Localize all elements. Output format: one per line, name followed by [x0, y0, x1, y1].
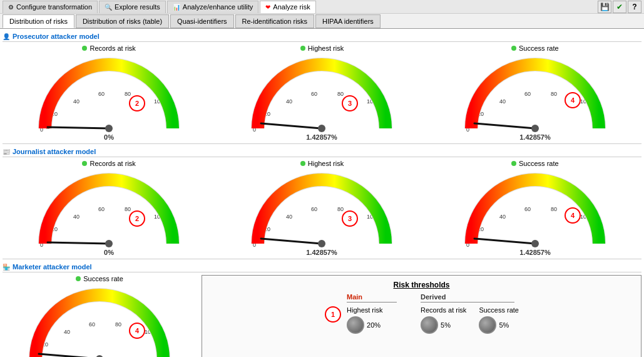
prosecutor-gauge-0-label: Records at risk — [89, 44, 135, 52]
tab-analyze-risk[interactable]: ❤ Analyze risk — [260, 1, 315, 13]
svg-point-50 — [105, 240, 113, 247]
configure-icon: ⚙ — [8, 4, 14, 11]
journalist-icon: 📰 — [3, 148, 10, 155]
tab-risk-label: Analyze risk — [273, 3, 310, 11]
svg-text:1: 1 — [331, 311, 335, 318]
svg-line-82 — [39, 354, 100, 357]
explore-icon: 🔍 — [105, 4, 112, 11]
svg-text:60: 60 — [524, 206, 531, 212]
svg-text:40: 40 — [286, 98, 292, 105]
threshold-success-value: 5% — [499, 321, 509, 329]
journalist-gauge-0-label: Records at risk — [89, 160, 135, 167]
tab-dist-risks-table[interactable]: Distribution of risks (table) — [76, 14, 169, 28]
prosecutor-header: 👤 Prosecutor attacker model — [3, 31, 641, 42]
gauge-dot — [82, 161, 87, 166]
tab-explore[interactable]: 🔍 Explore results — [99, 1, 166, 13]
svg-text:60: 60 — [524, 91, 531, 97]
prosecutor-icon: 👤 — [3, 33, 10, 40]
risk-thresholds-panel: Risk thresholds 1 Main H — [202, 275, 641, 357]
marketer-header: 🏪 Marketer attacker model — [3, 262, 641, 272]
prosecutor-gauges: Records at risk — [3, 44, 641, 141]
marketer-title: Marketer attacker model — [13, 263, 92, 271]
svg-point-28 — [318, 125, 325, 132]
svg-text:40: 40 — [286, 214, 292, 220]
tab-quasi[interactable]: Quasi-identifiers — [170, 14, 233, 28]
prosecutor-gauge-0: Records at risk — [12, 44, 206, 141]
svg-text:80: 80 — [125, 206, 131, 212]
tab-configure[interactable]: ⚙ Configure transformation — [3, 1, 98, 13]
svg-text:80: 80 — [337, 91, 344, 97]
svg-text:60: 60 — [98, 206, 105, 212]
gauge-dot — [82, 46, 87, 51]
derived-column: Derived Records at risk 5% — [421, 293, 519, 336]
tab-hipaa[interactable]: HIPAA identifiers — [315, 14, 381, 28]
svg-text:80: 80 — [125, 91, 131, 97]
svg-point-39 — [531, 125, 539, 132]
svg-point-61 — [318, 240, 325, 247]
svg-line-38 — [474, 123, 535, 128]
main-content: 👤 Prosecutor attacker model Records at r… — [0, 29, 644, 357]
marketer-gauge-0-label: Success rate — [83, 275, 123, 282]
threshold-records-value: 5% — [441, 321, 451, 329]
knob-records-at-risk[interactable] — [421, 316, 438, 334]
gauge-dot — [76, 276, 81, 281]
svg-text:40: 40 — [499, 214, 506, 220]
tab-reid[interactable]: Re-identification risks — [235, 14, 315, 28]
journalist-header: 📰 Journalist attacker model — [3, 147, 641, 157]
save-button[interactable]: 💾 — [598, 1, 611, 13]
gauge-dot — [511, 161, 516, 166]
tab-utility-label: Analyze/enhance utility — [183, 3, 253, 11]
risk-threshold-title: Risk thresholds — [207, 281, 636, 289]
journalist-gauge-0: Records at risk 0 20 40 60 — [12, 160, 206, 256]
journalist-gauge-2: Success rate 0 20 40 60 — [438, 160, 632, 256]
svg-text:40: 40 — [64, 329, 70, 335]
svg-text:80: 80 — [337, 206, 344, 212]
gauge-dot — [300, 46, 305, 51]
svg-line-27 — [261, 123, 322, 128]
prosecutor-title: Prosecutor attacker model — [13, 33, 100, 40]
svg-text:1.42857%: 1.42857% — [519, 133, 551, 141]
svg-text:3: 3 — [348, 215, 352, 222]
svg-line-60 — [261, 239, 322, 244]
svg-text:80: 80 — [551, 91, 557, 97]
svg-text:60: 60 — [89, 321, 95, 328]
journalist-gauge-1-label: Highest risk — [308, 160, 344, 167]
prosecutor-gauge-2: Success rate 0 20 40 60 — [438, 44, 632, 141]
svg-text:1.42857%: 1.42857% — [519, 249, 551, 256]
prosecutor-gauge-1-label: Highest risk — [308, 44, 344, 52]
marketer-gauge-0: Success rate 0 20 40 60 — [3, 275, 197, 357]
tab-bar: Distribution of risks Distribution of ri… — [0, 14, 644, 29]
marketer-icon: 🏪 — [3, 264, 10, 271]
svg-line-16 — [48, 127, 109, 128]
help-button[interactable]: ? — [628, 1, 641, 13]
svg-text:80: 80 — [115, 321, 121, 328]
knob-success-rate[interactable] — [479, 316, 496, 334]
svg-text:40: 40 — [73, 98, 79, 105]
prosecutor-gauge-1: Highest risk 0 20 40 60 — [225, 44, 419, 141]
gauge-dot — [511, 46, 516, 51]
main-label: Main — [347, 293, 397, 301]
journalist-gauges: Records at risk 0 20 40 60 — [3, 160, 641, 256]
svg-line-71 — [474, 239, 535, 244]
journalist-gauge-2-label: Success rate — [519, 160, 559, 167]
tab-dist-risks[interactable]: Distribution of risks — [3, 14, 74, 28]
svg-text:3: 3 — [348, 100, 352, 107]
svg-text:60: 60 — [98, 91, 105, 97]
svg-text:4: 4 — [135, 327, 140, 334]
svg-text:60: 60 — [311, 91, 317, 97]
tab-explore-label: Explore results — [115, 3, 160, 11]
svg-text:1.42857%: 1.42857% — [307, 249, 338, 256]
journalist-title: Journalist attacker model — [13, 148, 96, 155]
tab-analyze-utility[interactable]: 📊 Analyze/enhance utility — [167, 1, 259, 13]
ok-button[interactable]: ✔ — [613, 1, 626, 13]
top-toolbar: ⚙ Configure transformation 🔍 Explore res… — [0, 0, 644, 14]
svg-text:0%: 0% — [104, 249, 114, 256]
knob-highest-risk[interactable] — [347, 316, 364, 334]
main-column: Main Highest risk 20% — [347, 293, 397, 336]
prosecutor-section: 👤 Prosecutor attacker model Records at r… — [3, 31, 641, 141]
svg-text:80: 80 — [551, 206, 557, 212]
risk-icon: ❤ — [265, 4, 270, 11]
tab-configure-label: Configure transformation — [16, 3, 92, 11]
svg-text:0%: 0% — [104, 133, 114, 141]
prosecutor-gauge-2-label: Success rate — [519, 44, 559, 52]
